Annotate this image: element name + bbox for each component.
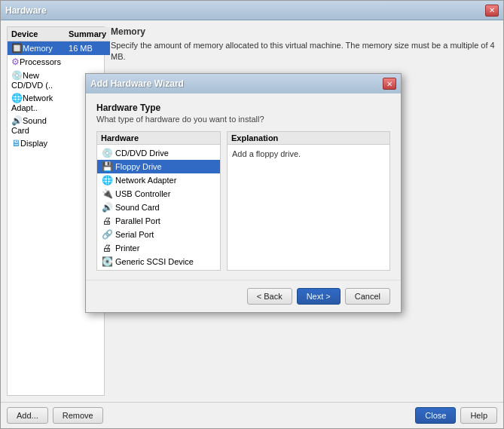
modal-title: Add Hardware Wizard xyxy=(90,78,184,89)
explanation-header: Explanation xyxy=(228,132,389,145)
hardware-list-panel: Hardware 💿 CD/DVD Drive 💾 Floppy Drive 🌐 xyxy=(96,131,221,271)
back-button[interactable]: < Back xyxy=(247,288,292,305)
hardware-list: 💿 CD/DVD Drive 💾 Floppy Drive 🌐 Network … xyxy=(97,145,220,270)
scsi-list-icon: 💽 xyxy=(102,256,112,267)
list-item[interactable]: 🌐 Network Adapter xyxy=(97,173,220,187)
list-item[interactable]: 💽 Generic SCSI Device xyxy=(97,255,220,268)
summary-col-header: Summary xyxy=(65,27,110,41)
list-item[interactable]: 🔊 Sound Card xyxy=(97,201,220,214)
list-item[interactable]: 🖨 Printer xyxy=(97,241,220,255)
table-row[interactable]: 🔲Memory 16 MB xyxy=(8,41,110,56)
modal-section-title: Hardware Type xyxy=(96,103,390,113)
main-close-button[interactable]: ✕ xyxy=(485,5,499,17)
modal-close-button[interactable]: ✕ xyxy=(383,78,396,90)
bottom-bar: Add... Remove Close Help xyxy=(1,402,503,428)
main-window-title: Hardware xyxy=(5,5,47,16)
summary-cell xyxy=(65,55,110,69)
help-button[interactable]: Help xyxy=(460,407,497,424)
table-row[interactable]: ⚙Processors xyxy=(8,55,110,69)
device-col-header: Device xyxy=(8,27,65,41)
device-cell: ⚙Processors xyxy=(8,55,65,69)
add-hardware-wizard-modal: Add Hardware Wizard ✕ Hardware Type What… xyxy=(85,73,402,313)
close-button[interactable]: Close xyxy=(415,407,456,424)
add-button[interactable]: Add... xyxy=(7,407,48,424)
modal-panels: Hardware 💿 CD/DVD Drive 💾 Floppy Drive 🌐 xyxy=(96,131,390,271)
device-cell: 🖥Display xyxy=(8,136,65,150)
main-titlebar: Hardware ✕ xyxy=(1,1,503,20)
list-item[interactable]: 💾 Floppy Drive xyxy=(97,160,220,173)
device-cell: 💿New CD/DVD (.. xyxy=(8,69,65,91)
list-item[interactable]: 🔌 USB Controller xyxy=(97,187,220,201)
parallel-list-icon: 🖨 xyxy=(102,216,112,226)
list-item[interactable]: 🖨 Parallel Port xyxy=(97,214,220,228)
list-item[interactable]: 🔗 Serial Port xyxy=(97,228,220,241)
device-cell: 🔊Sound Card xyxy=(8,114,65,136)
memory-icon: 🔲 xyxy=(11,43,23,54)
device-cell: 🌐Network Adapt.. xyxy=(8,91,65,114)
right-panel-description: Specify the amount of memory allocated t… xyxy=(111,40,497,63)
modal-titlebar: Add Hardware Wizard ✕ xyxy=(86,74,401,93)
right-panel-title: Memory xyxy=(111,26,497,37)
bottom-right-buttons: Close Help xyxy=(415,407,497,424)
modal-section-subtitle: What type of hardware do you want to ins… xyxy=(96,115,390,124)
summary-cell: 16 MB xyxy=(65,41,110,56)
next-button[interactable]: Next > xyxy=(297,288,341,305)
cdrom-list-icon: 💿 xyxy=(102,148,112,158)
network-list-icon: 🌐 xyxy=(102,175,112,185)
floppy-list-icon: 💾 xyxy=(102,161,112,172)
main-window: Hardware ✕ Device Summary 🔲Memory xyxy=(0,0,504,429)
device-cell: 🔲Memory xyxy=(8,41,65,56)
modal-footer: < Back Next > Cancel xyxy=(86,280,401,312)
cdrom-icon: 💿 xyxy=(11,70,23,81)
printer-list-icon: 🖨 xyxy=(102,243,112,253)
display-icon: 🖥 xyxy=(11,138,20,149)
cancel-button[interactable]: Cancel xyxy=(345,288,390,305)
sound-icon: 🔊 xyxy=(11,115,23,126)
cpu-icon: ⚙ xyxy=(11,57,20,67)
network-icon: 🌐 xyxy=(11,93,23,103)
remove-button[interactable]: Remove xyxy=(53,407,103,424)
list-item[interactable]: 💿 CD/DVD Drive xyxy=(97,146,220,160)
hardware-list-header: Hardware xyxy=(97,132,220,145)
explanation-text: Add a floppy drive. xyxy=(228,145,389,163)
serial-list-icon: 🔗 xyxy=(102,229,112,240)
usb-list-icon: 🔌 xyxy=(102,188,112,199)
sound-list-icon: 🔊 xyxy=(102,202,112,213)
explanation-panel: Explanation Add a floppy drive. xyxy=(227,131,390,271)
modal-body: Hardware Type What type of hardware do y… xyxy=(86,93,401,280)
